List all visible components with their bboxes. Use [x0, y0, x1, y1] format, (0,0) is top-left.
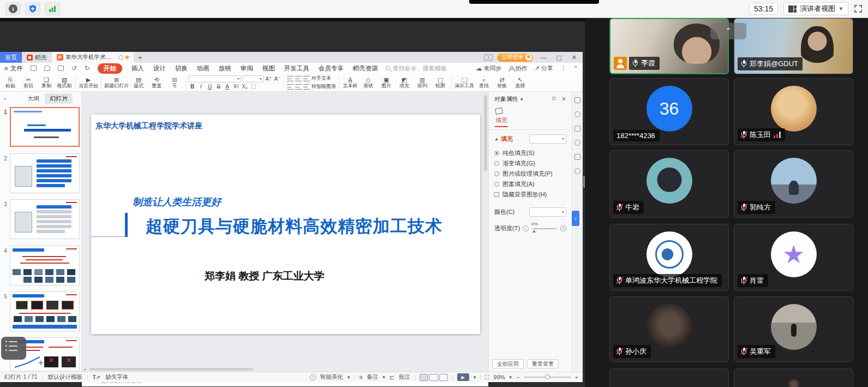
option-pattern-fill[interactable]: 图案填充(A)	[494, 179, 566, 189]
number-list-icon[interactable]	[295, 76, 302, 81]
pin-icon[interactable]: ⚐	[552, 96, 557, 103]
expand-panel-button[interactable]: ›	[572, 211, 579, 226]
fit-zoom-icon[interactable]: ⛶	[485, 374, 489, 381]
participant-tile[interactable]: 郑李娟@GDUT	[734, 18, 853, 74]
menu-review[interactable]: 审阅	[241, 64, 253, 73]
color-select[interactable]: ▾	[529, 207, 566, 217]
reset-button[interactable]: ⟲重置	[148, 74, 165, 91]
indent-icon[interactable]	[303, 76, 310, 81]
tab-home[interactable]: 首页	[0, 52, 22, 63]
vertical-scrollbar[interactable]	[484, 95, 487, 171]
zoom-slider[interactable]	[524, 377, 571, 378]
strikethrough-button[interactable]: S	[215, 84, 222, 90]
collapse-videos-button[interactable]: ⌃	[710, 23, 746, 39]
participant-tile[interactable]: 郭纯方	[734, 150, 853, 218]
fullscreen-icon[interactable]	[854, 4, 863, 13]
undo-icon[interactable]: ↺	[71, 64, 77, 72]
option-solid-fill[interactable]: 纯色填充(S)	[494, 148, 566, 158]
zoom-level[interactable]: 99%	[494, 374, 505, 380]
notes-button[interactable]: 备注	[367, 373, 378, 381]
normal-view-button[interactable]	[420, 374, 428, 381]
menu-start[interactable]: 开始	[98, 63, 122, 74]
sorter-view-button[interactable]	[429, 374, 438, 381]
close-icon[interactable]: ✕	[561, 96, 566, 103]
command-search-input[interactable]: 查找命令、搜索模板	[386, 64, 447, 73]
menu-transition[interactable]: 切换	[175, 64, 188, 73]
arrange-button[interactable]: ▥排列	[414, 74, 430, 91]
font-decrease-button[interactable]: A⁻	[274, 76, 281, 82]
sync-status[interactable]: ☁未同步	[476, 64, 502, 73]
option-hide-background[interactable]: 隐藏背景图形(H)	[494, 189, 566, 200]
tab-docer[interactable]: 稻壳	[22, 52, 52, 63]
reset-background-button[interactable]: 重置背景	[527, 359, 559, 368]
tab-list-icon[interactable]: 1	[484, 55, 493, 61]
slide-thumbnail-1[interactable]	[10, 107, 80, 147]
alpha-slider[interactable]: 0%	[532, 228, 556, 229]
collaborate-button[interactable]: 协作	[509, 64, 528, 73]
superscript-button[interactable]: X²	[232, 84, 240, 90]
properties-panel-icon[interactable]	[574, 97, 580, 103]
tab-outline[interactable]: 大纲	[27, 94, 39, 103]
participant-tile[interactable]: 单鸿波东华大学机械工程学院	[609, 224, 729, 291]
slide-thumbnail-2[interactable]	[10, 153, 80, 193]
security-button[interactable]	[25, 2, 40, 15]
collapse-ribbon-icon[interactable]: ⌃	[573, 65, 578, 72]
participant-tile-partial[interactable]	[609, 368, 729, 387]
participant-tile[interactable]: 牛岩	[609, 150, 729, 218]
select-button[interactable]: ↖选择	[512, 74, 528, 91]
scroll-left-icon[interactable]: ◂	[83, 367, 86, 372]
collapse-panel-icon[interactable]: «	[3, 95, 7, 102]
cut-button[interactable]: ✂剪切	[20, 74, 37, 91]
more-panel-icon[interactable]	[574, 168, 580, 174]
animation-panel-icon[interactable]	[574, 111, 580, 117]
tab-slides[interactable]: 幻灯片	[45, 93, 73, 104]
smart-graphic-button[interactable]: 转智能图形	[312, 83, 336, 90]
highlight-button[interactable]: ⬚	[250, 84, 257, 90]
section-button[interactable]: ⊟节	[166, 74, 183, 91]
format-painter-button[interactable]: ▧格式刷	[56, 74, 73, 91]
horizontal-scrollbar[interactable]	[89, 368, 253, 371]
slideshow-play-button[interactable]: ▶	[457, 373, 469, 381]
slide-thumbnail-3[interactable]	[10, 199, 80, 239]
share-button[interactable]: ↗分享	[535, 64, 553, 73]
zoom-in-button[interactable]: +	[575, 374, 578, 380]
section-collapse-icon[interactable]: ▲	[494, 136, 499, 141]
beautify-button[interactable]: 智能美化	[320, 373, 343, 381]
slide-thumbnail-5[interactable]	[10, 291, 80, 331]
present-tools-button[interactable]: 🖵演示工具	[454, 74, 474, 91]
font-family-select[interactable]: ▾	[189, 75, 241, 82]
menu-docer-res[interactable]: 稻壳资源	[353, 64, 378, 73]
option-picture-fill[interactable]: 图片或纹理填充(P)	[494, 169, 566, 179]
participant-tile[interactable]: 36 182****4236	[609, 78, 729, 145]
replace-button[interactable]: ⇄替换	[494, 74, 510, 91]
floating-annotation-widget[interactable]	[1, 337, 26, 360]
menu-animation[interactable]: 动画	[197, 64, 209, 73]
missing-fonts-label[interactable]: 缺失字体	[105, 373, 128, 381]
find-button[interactable]: ⌕查找	[476, 74, 492, 91]
redo-icon[interactable]: ↻	[85, 64, 90, 72]
chevron-down-icon[interactable]: ▾	[520, 97, 523, 102]
bold-button[interactable]: B	[189, 84, 196, 90]
font-size-select[interactable]: ▾	[243, 75, 264, 82]
menu-view[interactable]: 视图	[262, 64, 275, 73]
font-increase-button[interactable]: A⁺	[265, 76, 272, 82]
info-button[interactable]: i	[5, 2, 21, 15]
align-left-icon[interactable]	[287, 84, 294, 90]
login-button[interactable]: 立即登录	[497, 53, 533, 62]
tab-document[interactable]: P 东华大学机学术讲...郑李娟 0426	[52, 52, 134, 63]
underline-button[interactable]: U	[206, 84, 213, 90]
export-icon[interactable]	[44, 66, 50, 71]
more-icon[interactable]: ⋮	[560, 65, 566, 72]
italic-button[interactable]: I	[197, 84, 205, 90]
reading-view-button[interactable]	[439, 374, 448, 381]
design-panel-icon[interactable]	[574, 126, 580, 132]
participant-tile-partial[interactable]	[734, 368, 853, 387]
comment-panel-icon[interactable]	[574, 154, 580, 160]
zoom-out-button[interactable]: −	[516, 374, 519, 380]
play-from-current-button[interactable]: ▶当页开始	[79, 74, 98, 91]
template-name[interactable]: 默认设计模板	[48, 373, 82, 381]
align-text-button[interactable]: 对齐文本	[312, 75, 331, 82]
help-panel-icon[interactable]	[574, 140, 580, 146]
layout-button[interactable]: ▤版式	[130, 74, 147, 91]
alpha-minus-button[interactable]: −	[523, 225, 529, 231]
